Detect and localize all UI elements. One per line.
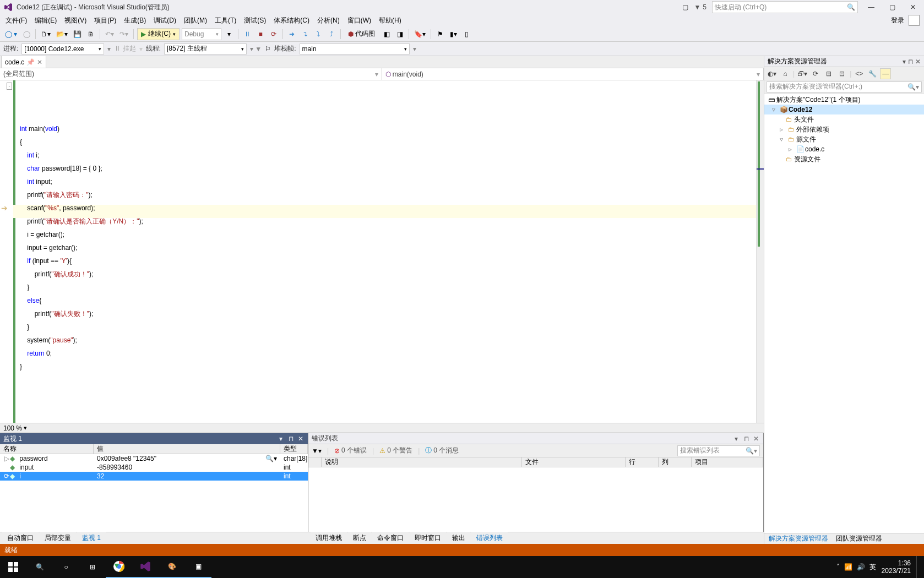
menu-debug[interactable]: 调试(D) <box>150 15 180 26</box>
redo-button[interactable]: ↷▾ <box>118 28 130 40</box>
menu-edit[interactable]: 编辑(E) <box>31 15 60 26</box>
tab-command[interactable]: 命令窗口 <box>372 532 409 544</box>
menu-help[interactable]: 帮助(H) <box>376 15 405 26</box>
menu-tools[interactable]: 工具(T) <box>211 15 240 26</box>
console-taskbar-icon[interactable]: ▣ <box>185 556 211 578</box>
config-dropdown[interactable]: Debug▾ <box>182 28 221 40</box>
messages-chip[interactable]: ⓘ0 个消息 <box>425 446 459 455</box>
watch-col-value[interactable]: 值 <box>94 444 280 454</box>
sol-refresh-icon[interactable]: ⟳ <box>810 68 821 79</box>
wifi-icon[interactable]: 📶 <box>844 563 852 571</box>
tree-project[interactable]: ▿📦Code12 <box>764 105 924 114</box>
tree-source[interactable]: ▿🗀源文件 <box>764 134 924 144</box>
tab-output[interactable]: 输出 <box>447 532 470 544</box>
sol-properties-icon[interactable]: 🔧 <box>867 68 878 79</box>
code-text[interactable]: int main(void) { int i; char password[18… <box>13 80 764 423</box>
tray-up-icon[interactable]: ˄ <box>836 563 840 571</box>
open-file-button[interactable]: 📂▾ <box>55 28 69 40</box>
nav-back-button[interactable]: ◯ ▾ <box>3 28 19 40</box>
nav-forward-button[interactable]: ◯ <box>21 28 32 40</box>
pin-panel-icon[interactable]: ⊓ <box>908 58 913 66</box>
watch-row[interactable]: ⟳◆ i 32 int <box>0 472 308 481</box>
scope-right[interactable]: ⬡ main(void)▾ <box>382 68 764 80</box>
errorlist-search[interactable]: 搜索错误列表🔍▾ <box>677 445 760 456</box>
dropdown-icon[interactable]: ▾ <box>277 435 285 443</box>
zoom-selector[interactable]: 100 % ▾ <box>0 423 764 433</box>
close-panel-icon[interactable]: ✕ <box>915 58 921 66</box>
new-project-button[interactable]: 🗋▾ <box>39 28 52 40</box>
sol-code-icon[interactable]: <> <box>854 68 865 79</box>
save-layout-icon[interactable] <box>909 15 920 26</box>
col-col[interactable]: 列 <box>659 457 692 467</box>
undo-button[interactable]: ↶▾ <box>104 28 116 40</box>
tab-errorlist[interactable]: 错误列表 <box>471 532 508 544</box>
step-over-button[interactable]: ⤵ <box>313 28 324 40</box>
menu-arch[interactable]: 体系结构(C) <box>270 15 313 26</box>
menu-window[interactable]: 窗口(W) <box>344 15 374 26</box>
flags-icon[interactable]: ⚐ <box>265 45 271 53</box>
scope-left[interactable]: (全局范围)▾ <box>0 68 382 80</box>
vs-taskbar-icon[interactable] <box>132 556 159 578</box>
pin-panel-icon[interactable]: ⊓ <box>742 435 750 443</box>
sol-preview-icon[interactable]: — <box>880 68 891 79</box>
menu-view[interactable]: 视图(V) <box>61 15 90 26</box>
collapse-toggle[interactable]: - <box>7 83 12 90</box>
menu-team[interactable]: 团队(M) <box>181 15 210 26</box>
tab-watch1[interactable]: 监视 1 <box>77 532 106 544</box>
menu-file[interactable]: 文件(F) <box>2 15 30 26</box>
notifications[interactable]: ▼5 <box>694 3 706 11</box>
show-next-button[interactable]: ➜ <box>286 28 297 40</box>
step-out-button[interactable]: ⤴ <box>326 28 337 40</box>
tree-codec[interactable]: ▹📄code.c <box>764 144 924 154</box>
watch-col-type[interactable]: 类型 <box>280 444 308 454</box>
tree-headers[interactable]: 🗀头文件 <box>764 114 924 124</box>
menu-analyze[interactable]: 分析(N) <box>314 15 343 26</box>
maximize-button[interactable]: ▢ <box>884 1 900 13</box>
codemap-button[interactable]: ⬢代码图 <box>344 28 379 40</box>
stackframe-dropdown[interactable]: main▾ <box>300 43 410 54</box>
taskview-button[interactable]: ⊞ <box>79 556 106 578</box>
tb-extra1[interactable]: ◧ <box>381 28 392 40</box>
paint-taskbar-icon[interactable]: 🎨 <box>159 556 185 578</box>
menu-test[interactable]: 测试(S) <box>241 15 269 26</box>
feedback-icon[interactable]: ▢ <box>682 3 688 11</box>
find-button[interactable]: 🔖▾ <box>412 28 427 40</box>
tree-solution[interactable]: 🗃解决方案"Code12"(1 个项目) <box>764 95 924 105</box>
start-button[interactable] <box>0 556 26 578</box>
solution-search-input[interactable]: 搜索解决方案资源管理器(Ctrl+;)🔍▾ <box>767 81 922 92</box>
dropdown-icon[interactable]: ▾ <box>903 58 906 66</box>
file-tab-codec[interactable]: code.c 📌 ✕ <box>1 56 46 68</box>
continue-button[interactable]: ▶继续(C)▾ <box>137 28 180 40</box>
pin-icon[interactable]: 📌 <box>26 58 35 66</box>
close-panel-icon[interactable]: ✕ <box>297 435 305 443</box>
tab-solution-explorer[interactable]: 解决方案资源管理器 <box>767 534 830 543</box>
magnify-icon[interactable]: 🔍▾ <box>265 455 277 462</box>
tb-flag1[interactable]: ⚑ <box>434 28 445 40</box>
minimize-button[interactable]: — <box>863 1 879 13</box>
filter-icon[interactable]: ▼▾ <box>312 447 322 455</box>
save-all-button[interactable]: 🗎 <box>85 28 96 40</box>
process-dropdown[interactable]: [10000] Code12.exe▾ <box>21 43 104 54</box>
sol-sync-icon[interactable]: 🗗▾ <box>797 68 808 79</box>
restart-button[interactable]: ⟳ <box>268 28 279 40</box>
taskbar-clock[interactable]: 1:36 2023/7/21 <box>882 559 911 575</box>
tb-flag2[interactable]: ▮▾ <box>448 28 459 40</box>
step-into-button[interactable]: ↴ <box>300 28 311 40</box>
tab-autos[interactable]: 自动窗口 <box>2 532 39 544</box>
thread-dropdown[interactable]: [8572] 主线程▾ <box>164 43 247 54</box>
show-desktop[interactable] <box>916 556 918 578</box>
col-proj[interactable]: 项目 <box>692 457 763 467</box>
solution-tree[interactable]: 🗃解决方案"Code12"(1 个项目) ▿📦Code12 🗀头文件 ▹🗀外部依… <box>764 94 924 533</box>
quick-launch-input[interactable]: 快速启动 (Ctrl+Q) 🔍 <box>712 1 858 13</box>
watch-row[interactable]: ▷◆ password 0x009afee8 "12345"🔍▾ char[18… <box>0 454 308 463</box>
save-button[interactable]: 💾 <box>72 28 83 40</box>
watch-col-name[interactable]: 名称 <box>0 444 94 454</box>
search-button[interactable]: 🔍 <box>26 556 53 578</box>
platform-dropdown[interactable]: ▾ <box>224 28 235 40</box>
sol-home-icon[interactable]: ⌂ <box>780 68 791 79</box>
tab-locals[interactable]: 局部变量 <box>40 532 76 544</box>
sol-collapse-icon[interactable]: ⊟ <box>823 68 834 79</box>
sol-back-icon[interactable]: ◐▾ <box>767 68 778 79</box>
col-file[interactable]: 文件 <box>522 457 626 467</box>
menu-project[interactable]: 项目(P) <box>91 15 119 26</box>
